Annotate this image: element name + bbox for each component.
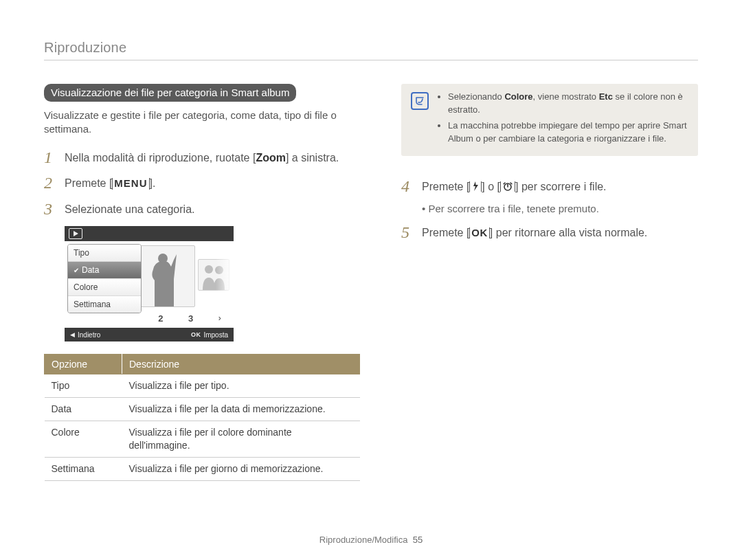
note-box: Selezionando Colore, viene mostrato Etc … [401, 84, 698, 156]
svg-marker-4 [473, 181, 478, 191]
triangle-left-icon: ◀ [70, 331, 75, 338]
table-cell: Visualizza i file per il colore dominant… [122, 421, 360, 458]
step-4-mid: ] o [ [482, 181, 500, 192]
step-number: 1 [44, 149, 60, 166]
back-label: Indietro [78, 331, 100, 339]
table-cell: Visualizza i file per la data di memoriz… [122, 398, 360, 421]
step-4: 4 Premete [] o [] per scorrere i file. [401, 178, 698, 196]
ok-icon-label: OK [191, 331, 201, 338]
set-label: Imposta [203, 331, 228, 339]
checkmark-icon: ✔ [74, 267, 79, 274]
note-text: Selezionando [448, 91, 504, 102]
category-menu-item[interactable]: Colore [68, 279, 141, 296]
device-screenshot: Tipo ✔ Data Colore Settimana [65, 226, 234, 341]
table-cell: Visualizza i file per giorno di memorizz… [122, 457, 360, 480]
thumb-index: 2 [158, 313, 163, 324]
step-1: 1 Nella modalità di riproduzione, ruotat… [44, 149, 360, 167]
step-1-pre: Nella modalità di riproduzione, ruotate … [65, 152, 256, 164]
note-bold: Etc [599, 91, 613, 102]
category-menu-item-label: Data [82, 265, 99, 275]
device-body: Tipo ✔ Data Colore Settimana [65, 241, 234, 328]
chevron-right-icon: › [218, 313, 221, 323]
thumb-index: 3 [188, 313, 193, 324]
table-cell: Tipo [45, 374, 122, 398]
right-column: Selezionando Colore, viene mostrato Etc … [401, 84, 698, 481]
note-icon [411, 92, 429, 110]
note-item: Selezionando Colore, viene mostrato Etc … [448, 91, 688, 117]
options-table: Opzione Descrizione Tipo Visualizza i fi… [44, 354, 360, 480]
svg-point-2 [205, 265, 213, 273]
flash-icon [469, 181, 482, 192]
step-4-sub: • Per scorrere tra i file, tenete premut… [422, 203, 698, 214]
step-3-text: Selezionate una categoria. [65, 201, 194, 219]
page-number: 55 [413, 535, 423, 545]
category-menu: Tipo ✔ Data Colore Settimana [67, 244, 142, 313]
fade-right [216, 241, 234, 310]
svg-marker-0 [74, 231, 78, 236]
step-5-post: ] per ritornare alla vista normale. [490, 227, 647, 238]
table-cell: Data [45, 398, 122, 421]
table-row: Data Visualizza i file per la data di me… [45, 398, 360, 421]
note-item: La macchina potrebbe impiegare del tempo… [448, 120, 688, 146]
category-menu-item-selected[interactable]: ✔ Data [68, 262, 141, 279]
step-2-pre: Premete [ [65, 177, 112, 189]
zoom-label: Zoom [256, 152, 286, 164]
table-header-option: Opzione [45, 355, 122, 374]
table-cell: Settimana [45, 457, 122, 480]
device-bottom-bar: ◀ Indietro OK Imposta [65, 328, 234, 341]
playback-mode-icon [69, 228, 82, 239]
section-rule [44, 60, 698, 60]
section-title: Riproduzione [44, 40, 698, 56]
thumbnail-large [133, 245, 195, 307]
table-cell: Visualizza i file per tipo. [122, 374, 360, 398]
step-5-pre: Premete [ [422, 227, 469, 238]
step-2-post: ]. [150, 177, 156, 189]
step-1-post: ] a sinistra. [286, 152, 339, 164]
step-number: 2 [44, 175, 60, 191]
note-text: , viene mostrato [533, 91, 599, 102]
intro-text: Visualizzate e gestite i file per catego… [44, 109, 360, 137]
table-row: Colore Visualizza i file per il colore d… [45, 421, 360, 458]
device-top-bar [65, 226, 234, 241]
svg-point-1 [158, 254, 168, 263]
table-header-description: Descrizione [122, 355, 360, 374]
table-row: Tipo Visualizza i file per tipo. [45, 374, 360, 398]
table-cell: Colore [45, 421, 122, 458]
step-number: 4 [401, 178, 418, 194]
table-row: Settimana Visualizza i file per giorno d… [45, 457, 360, 480]
left-column: Visualizzazione dei file per categoria i… [44, 84, 360, 481]
self-timer-icon [500, 181, 515, 192]
step-number: 5 [401, 224, 418, 240]
step-4-post: ] per scorrere i file. [515, 181, 606, 192]
note-bold: Colore [504, 91, 532, 102]
step-2: 2 Premete [MENU]. [44, 175, 360, 192]
step-5: 5 Premete [OK] per ritornare alla vista … [401, 224, 698, 242]
menu-button-label: MENU [112, 178, 149, 190]
ok-button-label: OK [469, 227, 490, 239]
step-3: 3 Selezionate una categoria. [44, 201, 360, 219]
subsection-pill: Visualizzazione dei file per categoria i… [44, 84, 296, 102]
footer-text: Riproduzione/Modifica [319, 535, 408, 545]
step-4-pre: Premete [ [422, 181, 469, 192]
category-menu-item[interactable]: Tipo [68, 245, 141, 262]
category-menu-item[interactable]: Settimana [68, 296, 141, 313]
page-footer: Riproduzione/Modifica 55 [0, 535, 742, 545]
step-number: 3 [44, 201, 60, 217]
